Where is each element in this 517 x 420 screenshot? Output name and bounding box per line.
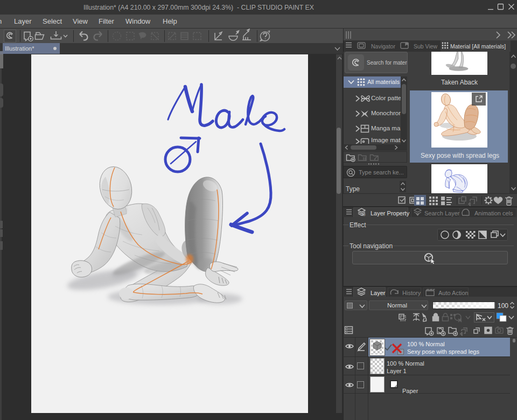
svg-text:3D: 3D: [362, 213, 366, 216]
